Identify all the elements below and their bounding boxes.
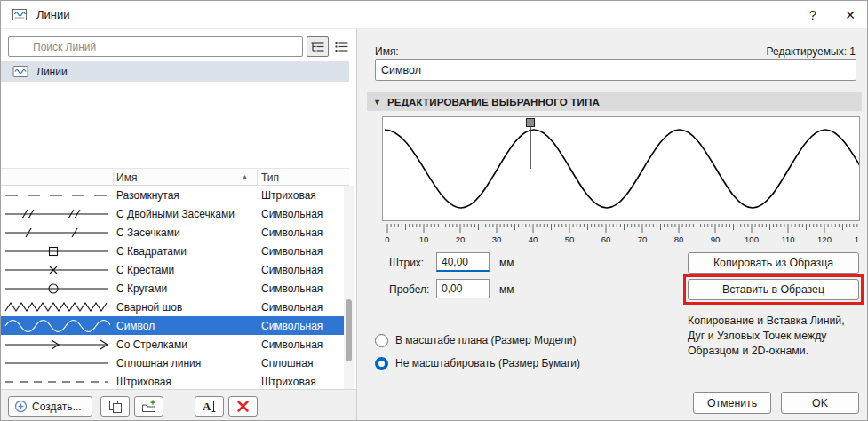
line-type-row[interactable]: С Двойными ЗасечкамиСимвольная bbox=[1, 204, 344, 223]
line-type-row[interactable]: СимволСимвольная bbox=[1, 316, 344, 335]
edit-panel: Имя: Редактируемых: 1 ▼ РЕДАКТИРОВАНИЕ В… bbox=[356, 29, 868, 421]
section-title: РЕДАКТИРОВАНИЕ ВЫБРАННОГО ТИПА bbox=[387, 97, 600, 107]
line-type-cell: Символьная bbox=[257, 264, 323, 276]
svg-text:90: 90 bbox=[711, 234, 721, 244]
scale-radio-group: В масштабе плана (Размер Модели)Не масшт… bbox=[375, 329, 580, 375]
list-toolbar: Создать... A bbox=[1, 389, 356, 421]
line-type-row[interactable]: С ЗасечкамиСимвольная bbox=[1, 223, 344, 242]
line-type-row[interactable]: ШтриховаяШтриховая bbox=[1, 372, 344, 389]
line-wave-graphic bbox=[383, 117, 859, 220]
line-name-cell: Разомкнутая bbox=[113, 189, 257, 202]
line-type-row[interactable]: Со СтрелкамиСимвольная bbox=[1, 335, 344, 353]
close-button[interactable]: ✕ bbox=[832, 1, 868, 29]
line-name-cell: С Крестами bbox=[113, 264, 257, 276]
line-edit-preview[interactable] bbox=[382, 116, 860, 221]
plus-circle-icon bbox=[14, 400, 28, 413]
tree-item-label: Линии bbox=[36, 66, 68, 78]
rename-button[interactable]: A bbox=[195, 396, 224, 417]
rename-icon: A bbox=[201, 399, 218, 414]
list-scrollbar[interactable] bbox=[344, 186, 354, 389]
editable-count: Редактируемых: 1 bbox=[767, 45, 856, 58]
line-name-cell: С Кругами bbox=[113, 282, 257, 295]
svg-text:30: 30 bbox=[492, 234, 502, 244]
gap-label: Пробел: bbox=[389, 283, 429, 296]
svg-text:110: 110 bbox=[781, 234, 794, 244]
name-column-header[interactable]: Имя bbox=[116, 171, 137, 184]
copy-from-sample-button[interactable]: Копировать из Образца bbox=[688, 252, 859, 274]
section-header-edit-selected-type[interactable]: ▼ РЕДАКТИРОВАНИЕ ВЫБРАННОГО ТИПА bbox=[367, 92, 862, 111]
search-input[interactable] bbox=[8, 36, 303, 57]
dash-unit-label: мм bbox=[499, 257, 514, 269]
line-style-preview bbox=[1, 225, 113, 241]
radio-circle-icon bbox=[375, 357, 388, 370]
column-divider bbox=[113, 170, 114, 186]
hint-text: Копирование и Вставка Линий, Дуг и Узлов… bbox=[688, 314, 864, 359]
line-style-preview bbox=[1, 262, 113, 278]
gap-length-input[interactable] bbox=[436, 279, 490, 298]
gap-unit-label: мм bbox=[499, 283, 514, 296]
type-column-header[interactable]: Тип bbox=[261, 171, 279, 184]
delete-button[interactable] bbox=[228, 396, 258, 417]
line-name-cell: Штриховая bbox=[113, 376, 257, 388]
line-type-row[interactable]: С КругамиСимвольная bbox=[1, 279, 344, 298]
dialog-icon bbox=[12, 7, 28, 22]
tree-item-lines[interactable]: Линии bbox=[1, 61, 349, 82]
line-name-input[interactable] bbox=[375, 59, 856, 81]
lines-category-icon bbox=[12, 65, 28, 78]
table-header: Имя ▲ Тип bbox=[1, 168, 349, 186]
line-type-row[interactable]: РазомкнутаяШтриховая bbox=[1, 186, 344, 204]
line-type-cell: Символьная bbox=[257, 282, 323, 295]
line-name-cell: Сварной шов bbox=[113, 301, 257, 314]
line-name-cell: Символ bbox=[113, 320, 257, 332]
line-name-cell: С Квадратами bbox=[113, 245, 257, 258]
list-view-toggle[interactable] bbox=[330, 36, 353, 57]
svg-text:80: 80 bbox=[674, 234, 684, 244]
line-type-row[interactable]: С КрестамиСимвольная bbox=[1, 260, 344, 279]
line-name-cell: С Засечками bbox=[113, 226, 257, 239]
list-view-icon bbox=[334, 40, 349, 53]
line-type-cell: Символьная bbox=[257, 245, 323, 258]
line-name-cell: Со Стрелками bbox=[113, 338, 257, 351]
duplicate-button[interactable] bbox=[100, 396, 130, 417]
name-label: Имя: bbox=[375, 45, 399, 58]
dash-length-input[interactable] bbox=[436, 252, 490, 272]
new-folder-button[interactable] bbox=[134, 396, 163, 417]
svg-text:10: 10 bbox=[419, 234, 429, 244]
scrollbar-thumb[interactable] bbox=[346, 299, 352, 361]
svg-text:50: 50 bbox=[565, 234, 575, 244]
line-type-cell: Символьная bbox=[257, 208, 323, 220]
chevron-down-icon: ▼ bbox=[373, 98, 381, 107]
line-type-cell: Штриховая bbox=[257, 189, 316, 202]
dash-length-handle[interactable] bbox=[527, 119, 535, 170]
line-style-preview bbox=[1, 337, 113, 353]
svg-text:60: 60 bbox=[601, 234, 611, 244]
cancel-button[interactable]: Отменить bbox=[693, 392, 771, 414]
svg-text:70: 70 bbox=[638, 234, 648, 244]
radio-circle-icon bbox=[375, 334, 388, 347]
paste-to-sample-button[interactable]: Вставить в Образец bbox=[688, 279, 859, 300]
new-folder-icon bbox=[140, 399, 157, 414]
radio-paper-scale[interactable]: Не масштабировать (Размер Бумаги) bbox=[375, 352, 580, 375]
line-type-row[interactable]: Сплошная линияСплошная bbox=[1, 353, 344, 372]
title-bar: Линии ? ✕ bbox=[1, 1, 868, 29]
tree-view-toggle[interactable] bbox=[307, 36, 329, 57]
line-style-preview bbox=[1, 187, 113, 203]
line-style-preview bbox=[1, 299, 113, 315]
ok-button[interactable]: OK bbox=[781, 392, 859, 414]
svg-text:120: 120 bbox=[817, 234, 832, 244]
lines-dialog: Линии ? ✕ Линии Имя ▲ Тип Р bbox=[0, 0, 868, 421]
svg-text:40: 40 bbox=[529, 234, 538, 244]
sort-ascending-icon: ▲ bbox=[242, 173, 248, 179]
line-type-cell: Сплошная bbox=[257, 357, 313, 369]
line-name-cell: С Двойными Засечками bbox=[113, 208, 257, 220]
svg-text:1: 1 bbox=[855, 234, 859, 244]
line-name-cell: Сплошная линия bbox=[113, 357, 257, 369]
create-button-label: Создать... bbox=[32, 401, 82, 413]
ruler: 01020304050607080901001101201 bbox=[382, 224, 860, 243]
line-type-row[interactable]: Сварной шовСимвольная bbox=[1, 298, 344, 316]
create-button[interactable]: Создать... bbox=[8, 396, 92, 417]
radio-model-scale[interactable]: В масштабе плана (Размер Модели) bbox=[375, 329, 580, 352]
line-type-row[interactable]: С КвадратамиСимвольная bbox=[1, 242, 344, 260]
help-button[interactable]: ? bbox=[794, 1, 832, 29]
line-style-preview bbox=[1, 374, 113, 390]
